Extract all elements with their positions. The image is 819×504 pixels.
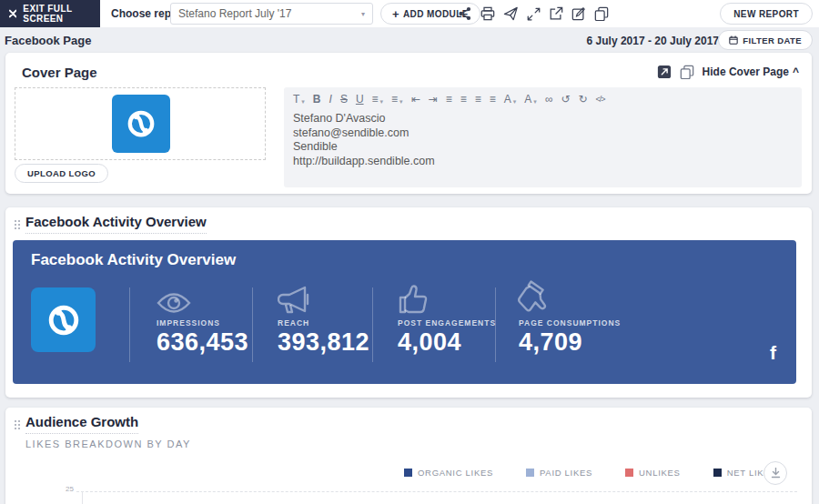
send-icon[interactable] <box>503 6 519 21</box>
outdent-button[interactable]: ⇤ <box>411 94 420 105</box>
legend-item-paid-likes[interactable]: PAID LIKES <box>526 468 592 478</box>
new-report-button[interactable]: NEW REPORT <box>720 3 813 25</box>
stat-divider <box>129 287 130 362</box>
sendible-logo-icon <box>120 103 162 145</box>
hide-cover-page-label: Hide Cover Page <box>703 66 789 78</box>
caret-down-icon: ▾ <box>361 10 365 18</box>
caret-down-icon: ▾ <box>513 98 517 105</box>
italic-button[interactable]: I <box>329 94 332 105</box>
stat-post-engagements: POST ENGAGEMENTS 4,004 <box>398 282 496 357</box>
stat-label: IMPRESSIONS <box>157 318 248 328</box>
align-right-button[interactable]: ≡ <box>475 94 481 105</box>
caret-down-icon: ▾ <box>380 98 384 105</box>
calendar-icon <box>729 35 738 45</box>
undo-button[interactable]: ↺ <box>561 94 570 105</box>
copy-icon[interactable] <box>594 6 609 21</box>
align-center-button[interactable]: ≡ <box>460 94 467 105</box>
plus-icon: + <box>392 8 399 20</box>
chart-gridline <box>76 491 797 492</box>
edit-icon[interactable] <box>571 6 586 21</box>
sendible-logo-icon <box>40 297 87 344</box>
sendible-logo <box>31 287 96 352</box>
ordered-list-button[interactable]: ≡▾ <box>391 94 403 105</box>
unordered-list-button[interactable]: ≡▾ <box>372 94 384 105</box>
stat-page-consumptions: PAGE CONSUMPTIONS 4,709 <box>519 282 621 357</box>
caret-down-icon: ▾ <box>301 98 305 105</box>
click-hand-icon <box>512 277 555 320</box>
legend-item-organic-likes[interactable]: ORGANIC LIKES <box>404 468 493 478</box>
topbar-actions <box>458 6 609 21</box>
activity-section-title: Facebook Activity Overview <box>25 214 207 234</box>
stat-value: 636,453 <box>157 328 248 357</box>
caret-down-icon: ▾ <box>533 98 537 105</box>
duplicate-icon[interactable] <box>680 65 694 79</box>
hide-cover-page-link[interactable]: Hide Cover Page ^ <box>703 66 799 78</box>
facebook-icon: f <box>770 342 776 364</box>
stat-value: 4,004 <box>398 328 496 357</box>
font-size-button[interactable]: T▾ <box>293 94 305 105</box>
activity-panel-title: Facebook Activity Overview <box>31 251 236 269</box>
exit-fullscreen-button[interactable]: EXIT FULL SCREEN <box>0 0 100 27</box>
x-icon <box>9 9 16 18</box>
align-left-button[interactable]: ≡ <box>446 94 452 105</box>
date-range: 6 July 2017 - 20 July 2017 <box>587 35 719 47</box>
activity-overview-card: Facebook Activity Overview Facebook Acti… <box>5 207 812 398</box>
stat-reach: REACH 393,812 <box>278 282 369 357</box>
cover-text-line: http://buildapp.sendible.com <box>293 155 802 169</box>
report-select-value: Stefano Report July '17 <box>178 7 291 20</box>
text-color-button[interactable]: A▾ <box>504 94 517 105</box>
cover-page-title: Cover Page <box>22 65 97 80</box>
external-link-icon[interactable] <box>549 6 563 21</box>
cover-text-line: Sendible <box>293 140 802 155</box>
drag-handle-icon[interactable] <box>14 419 20 430</box>
stat-divider <box>252 287 253 362</box>
stat-impressions: IMPRESSIONS 636,453 <box>157 282 248 357</box>
caret-down-icon: ▾ <box>399 98 403 105</box>
expand-icon[interactable] <box>527 7 541 21</box>
legend-label: PAID LIKES <box>540 468 592 478</box>
link-button[interactable]: ∞ <box>545 94 553 105</box>
download-chart-button[interactable] <box>763 461 787 485</box>
thumbs-up-icon <box>398 284 429 315</box>
activity-overview-panel: Facebook Activity Overview <box>13 240 796 384</box>
legend-item-unlikes[interactable]: UNLIKES <box>625 468 681 478</box>
redo-button[interactable]: ↻ <box>579 94 588 105</box>
exit-fullscreen-label: EXIT FULL SCREEN <box>23 4 100 24</box>
cover-page-card: Cover Page Hide Cover Page ^ <box>5 53 812 194</box>
stat-value: 4,709 <box>519 328 621 357</box>
legend-swatch <box>526 469 534 477</box>
cover-text-content[interactable]: Stefano D'Avascio stefano@sendible.com S… <box>284 108 802 168</box>
export-image-icon[interactable] <box>657 65 672 79</box>
justify-button[interactable]: ≡ <box>490 94 496 105</box>
legend-swatch <box>625 469 633 477</box>
stat-divider <box>372 287 373 362</box>
print-icon[interactable] <box>480 6 495 21</box>
filter-date-button[interactable]: FILTER DATE <box>718 30 813 50</box>
page-title: Facebook Page <box>5 34 91 47</box>
report-select[interactable]: Stefano Report July '17 ▾ <box>170 3 373 25</box>
drag-handle-icon[interactable] <box>14 219 20 230</box>
chevron-up-icon: ^ <box>793 66 799 78</box>
stat-label: PAGE CONSUMPTIONS <box>519 318 621 328</box>
upload-logo-button[interactable]: UPLOAD LOGO <box>15 164 108 183</box>
cover-text-line: stefano@sendible.com <box>293 126 802 141</box>
audience-chart-subtitle: LIKES BREAKDOWN BY DAY <box>25 438 191 449</box>
indent-button[interactable]: ⇥ <box>429 94 438 105</box>
strikethrough-button[interactable]: S <box>340 94 348 105</box>
upload-logo-label: UPLOAD LOGO <box>27 168 96 178</box>
chart-y-tick: 25 <box>66 485 74 493</box>
stat-label: REACH <box>278 318 369 328</box>
share-icon[interactable] <box>458 6 472 21</box>
megaphone-icon <box>278 286 310 315</box>
new-report-label: NEW REPORT <box>733 9 799 19</box>
cover-actions: Hide Cover Page ^ <box>657 65 799 79</box>
cover-text-editor: T▾ B I S U ≡▾ ≡▾ ⇤ ⇥ ≡ ≡ ≡ ≡ A▾ A▾ ∞ ↺ ↻… <box>284 87 802 187</box>
underline-button[interactable]: U <box>356 94 364 105</box>
background-color-button[interactable]: A▾ <box>524 94 537 105</box>
bold-button[interactable]: B <box>313 94 321 105</box>
eye-icon <box>157 291 191 315</box>
code-view-button[interactable]: </> <box>596 96 605 104</box>
download-icon <box>771 468 781 479</box>
audience-section-title: Audience Growth <box>25 414 138 434</box>
legend-swatch <box>713 469 722 477</box>
